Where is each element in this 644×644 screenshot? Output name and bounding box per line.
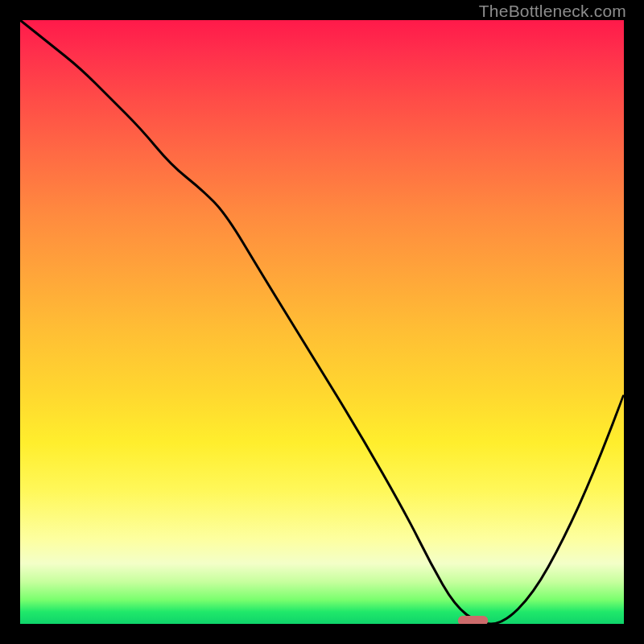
chart-frame: TheBottleneck.com bbox=[0, 0, 644, 644]
optimal-marker bbox=[458, 616, 489, 624]
plot-area bbox=[20, 20, 624, 624]
watermark-text: TheBottleneck.com bbox=[479, 2, 626, 21]
bottleneck-curve bbox=[20, 20, 624, 624]
curve-svg bbox=[20, 20, 624, 624]
